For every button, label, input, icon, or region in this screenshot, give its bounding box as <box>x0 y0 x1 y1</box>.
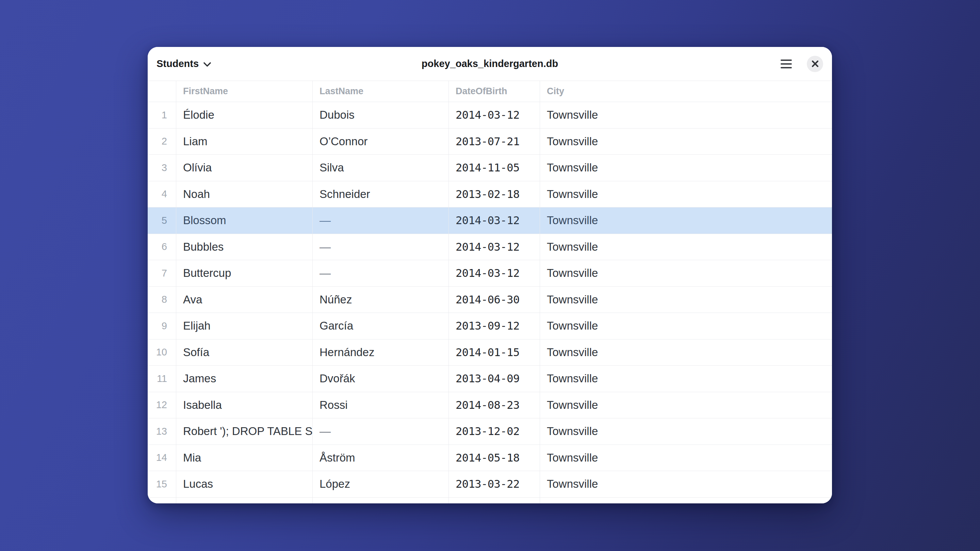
table-row[interactable]: 8 Ava Núñez 2014-06-30 Townsville <box>148 287 832 313</box>
cell-dateofbirth: 2014-11-05 <box>449 155 540 181</box>
cell-dateofbirth: 2014-03-12 <box>449 260 540 286</box>
hamburger-icon <box>781 60 792 61</box>
cell-city: Townsville <box>540 234 832 260</box>
cell-lastname: — <box>312 418 449 445</box>
cell-firstname: Sofía <box>176 340 312 366</box>
cell-lastname: López <box>312 471 449 497</box>
cell-dateofbirth: 2014-06-30 <box>449 287 540 313</box>
cell-dateofbirth: 2014-08-23 <box>449 392 540 418</box>
table-row[interactable]: 10 Sofía Hernández 2014-01-15 Townsville <box>148 340 832 366</box>
row-number: 2 <box>148 129 176 155</box>
table-row[interactable]: 11 James Dvořák 2013-04-09 Townsville <box>148 366 832 392</box>
cell-dateofbirth: 2013-09-12 <box>449 313 540 339</box>
column-header-dateofbirth[interactable]: DateOfBirth <box>449 81 540 102</box>
row-number: 4 <box>148 181 176 208</box>
row-number: 5 <box>148 208 176 233</box>
cell-city: Townsville <box>540 260 832 286</box>
cell-firstname: Élodie <box>176 102 312 128</box>
cell-firstname: Robert '); DROP TABLE Stu <box>176 418 312 445</box>
row-number: 10 <box>148 340 176 366</box>
table-header-row: FirstName LastName DateOfBirth City <box>148 81 832 102</box>
x-icon <box>811 60 819 67</box>
table-row[interactable]: 13 Robert '); DROP TABLE Stu — 2013-12-0… <box>148 418 832 445</box>
table-body: 1 Élodie Dubois 2014-03-12 Townsville 2 … <box>148 102 832 498</box>
cell-firstname: Lucas <box>176 471 312 497</box>
cell-firstname: Bubbles <box>176 234 312 260</box>
row-number: 1 <box>148 102 176 128</box>
database-viewer-window: Students pokey_oaks_kindergarten.db <box>148 47 832 503</box>
cell-lastname: — <box>312 208 449 233</box>
cell-city: Townsville <box>540 155 832 181</box>
cell-city: Townsville <box>540 102 832 128</box>
cell-dateofbirth: 2014-03-12 <box>449 102 540 128</box>
column-header-city[interactable]: City <box>540 81 832 102</box>
cell-dateofbirth: 2013-07-21 <box>449 129 540 155</box>
cell-dateofbirth: 2014-05-18 <box>449 445 540 471</box>
table-row[interactable]: 1 Élodie Dubois 2014-03-12 Townsville <box>148 102 832 129</box>
row-number: 13 <box>148 418 176 445</box>
cell-lastname: — <box>312 234 449 260</box>
table-row[interactable]: 4 Noah Schneider 2013-02-18 Townsville <box>148 181 832 208</box>
window-title: pokey_oaks_kindergarten.db <box>148 58 832 69</box>
row-number: 8 <box>148 287 176 313</box>
column-header-firstname[interactable]: FirstName <box>176 81 312 102</box>
row-number-column-header <box>148 81 176 102</box>
row-number: 11 <box>148 366 176 392</box>
column-header-lastname[interactable]: LastName <box>312 81 449 102</box>
cell-firstname: Blossom <box>176 208 312 233</box>
cell-city: Townsville <box>540 129 832 155</box>
row-number: 12 <box>148 392 176 418</box>
cell-city: Townsville <box>540 418 832 445</box>
cell-firstname: Noah <box>176 181 312 208</box>
cell-city: Townsville <box>540 471 832 497</box>
cell-city: Townsville <box>540 208 832 233</box>
table-row[interactable]: 15 Lucas López 2013-03-22 Townsville <box>148 471 832 498</box>
table-row[interactable]: 12 Isabella Rossi 2014-08-23 Townsville <box>148 392 832 419</box>
close-button[interactable] <box>807 56 823 72</box>
cell-dateofbirth: 2013-02-18 <box>449 181 540 208</box>
table-row[interactable]: 3 Olívia Silva 2014-11-05 Townsville <box>148 155 832 181</box>
table-row[interactable]: 6 Bubbles — 2014-03-12 Townsville <box>148 234 832 260</box>
cell-lastname: Rossi <box>312 392 449 418</box>
cell-lastname: García <box>312 313 449 339</box>
cell-lastname: Dvořák <box>312 366 449 392</box>
cell-lastname: Núñez <box>312 287 449 313</box>
table-selector-dropdown[interactable]: Students <box>156 58 211 69</box>
cell-city: Townsville <box>540 366 832 392</box>
table-row[interactable]: 9 Elijah García 2013-09-12 Townsville <box>148 313 832 340</box>
table-row[interactable]: 2 Liam O’Connor 2013-07-21 Townsville <box>148 129 832 155</box>
table-row[interactable]: 14 Mia Åström 2014-05-18 Townsville <box>148 445 832 472</box>
menu-button[interactable] <box>780 57 792 70</box>
row-number: 15 <box>148 471 176 497</box>
cell-dateofbirth: 2013-03-22 <box>449 471 540 497</box>
cell-dateofbirth: 2013-12-02 <box>449 418 540 445</box>
cell-dateofbirth: 2014-03-12 <box>449 234 540 260</box>
cell-city: Townsville <box>540 181 832 208</box>
partial-row <box>148 498 832 504</box>
row-number: 7 <box>148 260 176 286</box>
table-row[interactable]: 5 Blossom — 2014-03-12 Townsville <box>148 208 832 234</box>
cell-city: Townsville <box>540 445 832 471</box>
row-number: 9 <box>148 313 176 339</box>
cell-firstname: Olívia <box>176 155 312 181</box>
row-number: 6 <box>148 234 176 260</box>
cell-dateofbirth: 2013-04-09 <box>449 366 540 392</box>
cell-city: Townsville <box>540 340 832 366</box>
cell-city: Townsville <box>540 287 832 313</box>
cell-lastname: O’Connor <box>312 129 449 155</box>
cell-firstname: Liam <box>176 129 312 155</box>
cell-city: Townsville <box>540 392 832 418</box>
cell-lastname: Hernández <box>312 340 449 366</box>
table-row[interactable]: 7 Buttercup — 2014-03-12 Townsville <box>148 260 832 287</box>
cell-lastname: Åström <box>312 445 449 471</box>
cell-dateofbirth: 2014-03-12 <box>449 208 540 233</box>
cell-lastname: — <box>312 260 449 286</box>
cell-lastname: Silva <box>312 155 449 181</box>
cell-firstname: Mia <box>176 445 312 471</box>
cell-dateofbirth: 2014-01-15 <box>449 340 540 366</box>
cell-lastname: Dubois <box>312 102 449 128</box>
title-bar-actions <box>780 56 823 72</box>
desktop-background: { "colors": { "background_gradient_start… <box>0 0 980 551</box>
cell-firstname: Ava <box>176 287 312 313</box>
row-number: 14 <box>148 445 176 471</box>
